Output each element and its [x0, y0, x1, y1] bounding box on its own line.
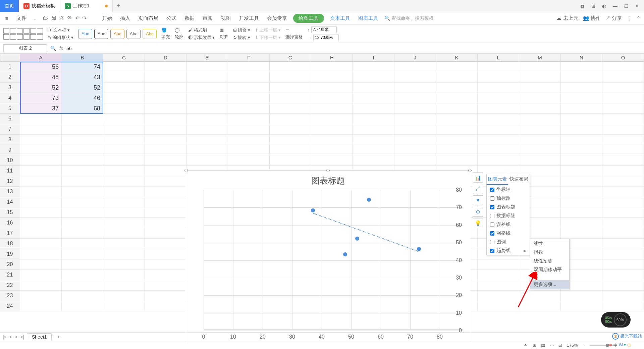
cell[interactable]	[62, 114, 103, 124]
trendline-option[interactable]: 更多选项...	[530, 280, 569, 289]
cell[interactable]	[186, 155, 228, 166]
style-5[interactable]: Abc	[143, 29, 157, 39]
cell[interactable]	[478, 103, 519, 114]
cell[interactable]	[270, 114, 311, 124]
menu-view[interactable]: 视图	[219, 14, 233, 23]
qa-open-icon[interactable]: 🗁	[43, 15, 48, 21]
cell[interactable]	[62, 197, 103, 207]
cell[interactable]	[561, 62, 602, 72]
resize-handle[interactable]	[468, 169, 472, 172]
col-header[interactable]: C	[103, 54, 145, 62]
cell[interactable]	[602, 249, 644, 259]
cell[interactable]	[228, 135, 270, 145]
cell[interactable]	[62, 145, 103, 155]
cell[interactable]	[145, 103, 186, 114]
chart-element-checkbox[interactable]: 网格线	[487, 229, 530, 238]
row-header[interactable]: 16	[0, 218, 20, 228]
cell[interactable]	[103, 270, 145, 280]
cell[interactable]	[394, 155, 436, 166]
cell[interactable]	[103, 239, 145, 249]
trendline-option[interactable]: 双周期移动平均	[530, 265, 569, 280]
cell[interactable]	[436, 83, 478, 93]
cell[interactable]	[62, 135, 103, 145]
cell[interactable]	[436, 114, 478, 124]
resize-handle[interactable]	[326, 169, 330, 172]
cell[interactable]: 52	[62, 83, 103, 93]
zoom-out-button[interactable]: −	[583, 343, 585, 348]
data-point[interactable]	[367, 198, 371, 202]
cell[interactable]	[103, 280, 145, 291]
chart-element-checkbox[interactable]: 图表标题	[487, 203, 530, 211]
cell[interactable]	[103, 301, 145, 311]
menu-insert[interactable]: 插入	[118, 14, 132, 23]
chart-brush-icon[interactable]: 🖊	[473, 184, 483, 194]
cell[interactable]	[436, 135, 478, 145]
cell[interactable]	[20, 187, 62, 197]
cell[interactable]	[394, 124, 436, 135]
col-header[interactable]: O	[602, 54, 644, 62]
cell[interactable]	[145, 124, 186, 135]
chart-title[interactable]: 图表标题	[186, 170, 470, 186]
row-header[interactable]: 23	[0, 291, 20, 301]
cell[interactable]: 74	[62, 62, 103, 72]
cell[interactable]	[20, 166, 62, 176]
cell[interactable]	[353, 72, 394, 83]
cell[interactable]	[561, 83, 602, 93]
cell[interactable]	[394, 145, 436, 155]
cell[interactable]	[478, 280, 519, 291]
chart-element-checkbox[interactable]: 趋势线▶	[487, 246, 530, 255]
cell[interactable]	[353, 135, 394, 145]
chart-element-checkbox[interactable]: 数据标签	[487, 211, 530, 220]
view-break-icon[interactable]: ⊡	[558, 343, 562, 348]
shape-styles[interactable]: Abc Abc Abc Abc Abc	[78, 29, 157, 39]
panel-tab-layout[interactable]: 快速布局	[508, 174, 530, 185]
cell[interactable]	[602, 239, 644, 249]
cell[interactable]	[602, 124, 644, 135]
cell[interactable]	[602, 166, 644, 176]
cell[interactable]: 52	[20, 83, 62, 93]
row-header[interactable]: 7	[0, 124, 20, 135]
cell[interactable]	[436, 72, 478, 83]
cell[interactable]	[103, 145, 145, 155]
cell[interactable]: 48	[20, 72, 62, 83]
cell[interactable]	[561, 166, 602, 176]
align-button[interactable]: ▦	[220, 28, 228, 33]
qa-save-icon[interactable]: 🖫	[51, 15, 56, 21]
cell[interactable]	[602, 301, 644, 311]
cell[interactable]	[519, 135, 561, 145]
cell[interactable]	[561, 218, 602, 228]
cell[interactable]	[20, 197, 62, 207]
cell[interactable]	[519, 72, 561, 83]
cell[interactable]	[602, 114, 644, 124]
tab-workbook[interactable]: S 工作簿1	[60, 0, 113, 12]
cell[interactable]	[186, 114, 228, 124]
cell[interactable]	[145, 176, 186, 187]
cell[interactable]	[186, 103, 228, 114]
cell[interactable]	[311, 124, 353, 135]
maximize-button[interactable]: ☐	[622, 2, 631, 10]
cell[interactable]	[602, 176, 644, 187]
cell[interactable]: 46	[62, 93, 103, 103]
cell[interactable]	[394, 62, 436, 72]
sheet-tab[interactable]: Sheet1	[27, 333, 52, 340]
cell[interactable]	[186, 83, 228, 93]
cell[interactable]	[103, 114, 145, 124]
height-input[interactable]	[311, 27, 337, 33]
col-header[interactable]: A	[20, 54, 62, 62]
cell[interactable]	[478, 72, 519, 83]
cell[interactable]	[186, 93, 228, 103]
cell[interactable]	[145, 249, 186, 259]
cell[interactable]	[62, 291, 103, 301]
cell[interactable]	[103, 93, 145, 103]
cell[interactable]	[519, 155, 561, 166]
user-icon[interactable]: ◐	[600, 2, 608, 10]
cell[interactable]	[561, 114, 602, 124]
select-all-corner[interactable]	[0, 54, 20, 62]
row-header[interactable]: 14	[0, 197, 20, 207]
cell[interactable]	[311, 135, 353, 145]
cell[interactable]	[62, 207, 103, 218]
panel-tab-elements[interactable]: 图表元素	[487, 174, 508, 185]
data-point[interactable]	[311, 208, 315, 212]
row-header[interactable]: 24	[0, 301, 20, 311]
cell[interactable]	[478, 93, 519, 103]
